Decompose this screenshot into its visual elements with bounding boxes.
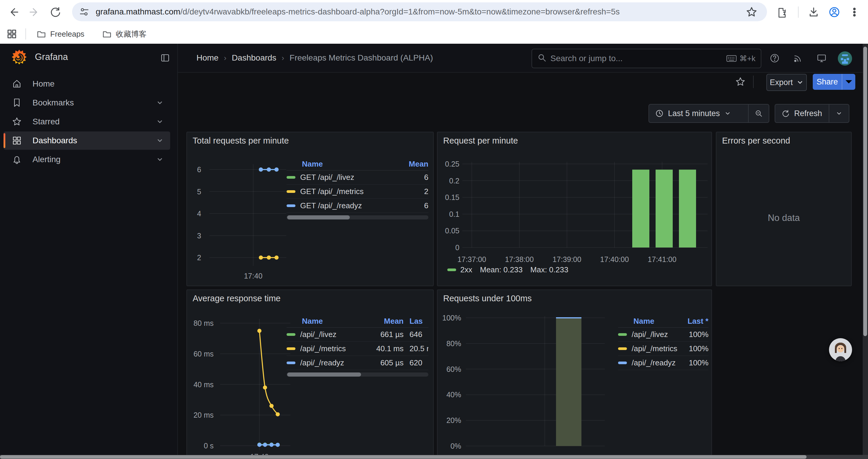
- apps-grid-icon[interactable]: [4, 26, 20, 42]
- legend-row[interactable]: /api/_/readyz605 µs620: [286, 356, 428, 370]
- folder-icon: [102, 29, 112, 39]
- axis-tick-label: 5: [189, 187, 201, 196]
- data-point[interactable]: [267, 256, 271, 260]
- legend-row[interactable]: /api/_/metrics40.1 ms20.5 r: [286, 342, 428, 356]
- bar[interactable]: [656, 169, 673, 248]
- refresh-picker[interactable]: Refresh: [775, 104, 849, 123]
- sidebar-item-dashboards[interactable]: Dashboards: [4, 131, 170, 150]
- time-range-button[interactable]: Last 5 minutes: [649, 104, 748, 122]
- panel-request-per-minute: Request per minute 0.250.20.150.10.050 1…: [437, 132, 712, 286]
- axis-tick-label: 0.25: [440, 159, 459, 169]
- panel-errors-per-second: Errors per second No data: [716, 132, 852, 286]
- share-button[interactable]: Share: [813, 74, 842, 90]
- data-point[interactable]: [275, 256, 279, 260]
- panel-title[interactable]: Errors per second: [722, 136, 790, 145]
- forward-icon[interactable]: [26, 4, 42, 21]
- url-bar[interactable]: grafana.mathmast.com/d/deytv4rwavabkb/fr…: [72, 2, 767, 21]
- data-point[interactable]: [257, 329, 261, 333]
- zoom-out-button[interactable]: [749, 104, 769, 122]
- legend-row[interactable]: /api/_/livez100%: [618, 328, 709, 342]
- bookmark-star-icon[interactable]: [743, 4, 760, 21]
- sidebar-item-starred[interactable]: Starred: [4, 112, 170, 131]
- panel-title[interactable]: Total requests per minute: [193, 136, 289, 145]
- panel-title[interactable]: Requests under 100ms: [443, 294, 532, 303]
- assistant-avatar[interactable]: [829, 338, 852, 361]
- refresh-interval-chevron[interactable]: [829, 104, 849, 122]
- download-icon[interactable]: [805, 4, 822, 21]
- time-range-picker[interactable]: Last 5 minutes: [649, 104, 769, 123]
- data-point[interactable]: [267, 167, 271, 172]
- series-color-pill: [618, 362, 627, 364]
- chevron-down-icon[interactable]: [156, 137, 164, 144]
- bar[interactable]: [556, 318, 582, 446]
- sidebar-item-home[interactable]: Home: [4, 75, 170, 93]
- news-rss-icon[interactable]: [790, 51, 805, 66]
- data-point[interactable]: [276, 443, 280, 447]
- line-chart[interactable]: [218, 317, 292, 458]
- data-point[interactable]: [276, 412, 280, 417]
- url-text[interactable]: grafana.mathmast.com/d/deytv4rwavabkb/fr…: [96, 7, 620, 17]
- panel-title[interactable]: Request per minute: [443, 136, 518, 145]
- profile-icon[interactable]: [826, 4, 843, 21]
- breadcrumb: Home › Dashboards › Freeleaps Metrics Da…: [196, 44, 433, 72]
- legend-max: Max: 0.233: [530, 265, 568, 274]
- data-point[interactable]: [257, 443, 261, 447]
- data-point[interactable]: [275, 167, 279, 172]
- chevron-down-icon[interactable]: [156, 99, 164, 107]
- panel-title[interactable]: Average response time: [193, 294, 281, 303]
- legend-row[interactable]: /api/_/metrics100%: [618, 342, 709, 356]
- data-point[interactable]: [259, 256, 263, 260]
- data-point[interactable]: [263, 443, 267, 447]
- kiosk-monitor-icon[interactable]: [814, 51, 829, 66]
- help-icon[interactable]: [767, 51, 782, 66]
- chevron-down-icon[interactable]: [156, 156, 164, 163]
- header-main: Home › Dashboards › Freeleaps Metrics Da…: [177, 44, 868, 72]
- collapse-sidebar-icon[interactable]: [158, 51, 172, 65]
- back-icon[interactable]: [5, 4, 22, 21]
- browser-menu-icon[interactable]: [846, 4, 863, 21]
- legend-item[interactable]: 2xx: [447, 265, 472, 274]
- extensions-icon[interactable]: [773, 4, 790, 21]
- breadcrumb-dashboards[interactable]: Dashboards: [231, 53, 276, 63]
- chevron-down-icon[interactable]: [156, 118, 164, 126]
- site-info-icon[interactable]: [79, 6, 90, 18]
- legend: 2xx Mean: 0.233 Max: 0.233: [447, 265, 568, 274]
- sidebar-item-bookmarks[interactable]: Bookmarks: [4, 94, 170, 112]
- favorite-star-icon[interactable]: [733, 74, 748, 89]
- data-point[interactable]: [270, 443, 274, 447]
- data-point[interactable]: [270, 404, 274, 408]
- bookmark-folder-freeleaps[interactable]: Freeleaps: [32, 27, 89, 41]
- line-chart[interactable]: [204, 162, 289, 274]
- bar-chart[interactable]: [462, 159, 708, 256]
- horizontal-scrollbar-thumb[interactable]: [0, 455, 807, 459]
- series-line[interactable]: [259, 331, 278, 415]
- axis-tick-label: 17:37:00: [451, 255, 493, 264]
- horizontal-scrollbar[interactable]: [0, 455, 868, 459]
- legend-scrollbar[interactable]: [286, 215, 428, 220]
- legend-row[interactable]: /api/_/livez661 µs646: [286, 328, 428, 342]
- data-point[interactable]: [259, 167, 263, 172]
- bar[interactable]: [679, 169, 696, 248]
- user-avatar[interactable]: [838, 52, 852, 66]
- bar-chart[interactable]: [466, 314, 608, 455]
- search-input[interactable]: Search or jump to... ⌘+k: [531, 49, 761, 68]
- legend-scrollbar[interactable]: [286, 372, 428, 376]
- export-button[interactable]: Export: [766, 74, 807, 91]
- legend-row[interactable]: GET /api/_/metrics2: [286, 185, 428, 199]
- bookmark-folder-blogs[interactable]: 收藏博客: [97, 27, 151, 41]
- legend-row[interactable]: GET /api/_/livez6: [286, 170, 428, 185]
- bar[interactable]: [632, 169, 649, 248]
- breadcrumb-home[interactable]: Home: [196, 53, 219, 63]
- legend-row[interactable]: GET /api/_/readyz6: [286, 199, 428, 213]
- sidebar-item-alerting[interactable]: Alerting: [4, 150, 170, 169]
- reload-icon[interactable]: [47, 4, 63, 21]
- share-menu-chevron[interactable]: [842, 74, 855, 90]
- legend-row[interactable]: /api/_/readyz100%: [618, 356, 709, 370]
- panel-avg-response-time: Average response time 80 ms60 ms40 ms20 …: [186, 290, 434, 459]
- vertical-scrollbar-thumb[interactable]: [863, 47, 867, 336]
- refresh-button[interactable]: Refresh: [775, 104, 829, 122]
- vertical-scrollbar[interactable]: [863, 44, 868, 459]
- data-point[interactable]: [263, 386, 267, 390]
- chevron-down-icon: [836, 110, 843, 117]
- grafana-logo[interactable]: [10, 49, 28, 67]
